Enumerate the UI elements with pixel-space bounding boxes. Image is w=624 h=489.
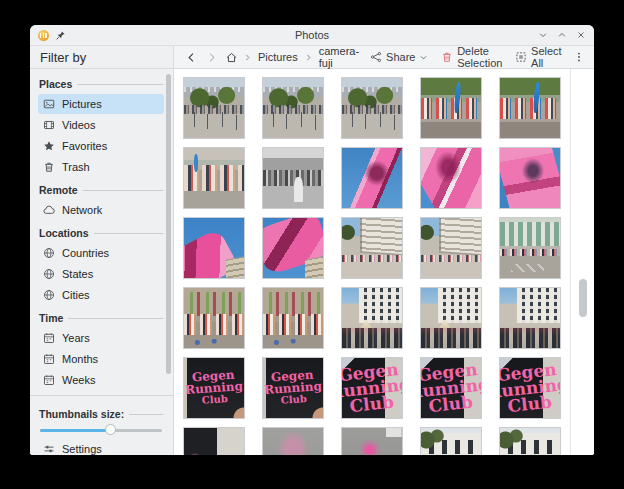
sidebar-bottom-panel: Thumbnails size: Settings <box>30 395 173 455</box>
tent-shape <box>439 319 451 328</box>
photo-grid-viewport: GegenRunningClubGegenRunningClubGegenRun… <box>174 69 594 455</box>
slider-handle[interactable] <box>105 424 116 435</box>
globe-icon <box>43 268 55 280</box>
sidebar-item-favorites[interactable]: Favorites <box>38 136 164 156</box>
toolbar: Pictures camera-fuji Share Delete Select… <box>174 46 594 69</box>
back-button[interactable] <box>183 50 200 65</box>
divider <box>68 318 163 319</box>
photo-thumbnail[interactable]: GegenRunningClub <box>183 357 245 419</box>
chevron-down-icon <box>419 53 428 62</box>
sidebar-item-weeks[interactable]: Weeks <box>38 370 164 390</box>
photo-thumbnail[interactable] <box>499 217 561 279</box>
photo-thumbnail[interactable] <box>183 77 245 139</box>
delete-selection-button[interactable]: Delete Selection <box>439 44 504 70</box>
photo-thumbnail[interactable] <box>183 427 245 455</box>
calendar-icon <box>43 374 55 386</box>
shirt-print-line: Club <box>507 394 553 415</box>
sidebar-item-days[interactable]: Days <box>38 391 164 394</box>
close-button[interactable] <box>576 30 586 40</box>
sidebar-header: Filter by <box>30 46 173 69</box>
calendar-icon <box>43 332 55 344</box>
grid-scrollbar-track[interactable] <box>570 69 594 455</box>
maximize-button[interactable] <box>557 30 567 40</box>
divider <box>129 414 163 415</box>
photo-thumbnail[interactable]: GegenRunningClub <box>341 357 403 419</box>
star-icon <box>43 140 55 152</box>
divider <box>77 84 163 85</box>
photo-thumbnail[interactable]: GegenRunningClub <box>499 357 561 419</box>
photo-thumbnail[interactable] <box>341 217 403 279</box>
photo-thumbnail[interactable] <box>341 77 403 139</box>
globe-icon <box>43 289 55 301</box>
sidebar-item-videos[interactable]: Videos <box>38 115 164 135</box>
photo-thumbnail[interactable] <box>341 287 403 349</box>
slider-fill <box>40 429 111 432</box>
globe-icon <box>43 247 55 259</box>
photo-thumbnail[interactable] <box>420 287 482 349</box>
settings-icon <box>43 443 55 455</box>
sidebar-item-countries[interactable]: Countries <box>38 243 164 263</box>
photo-thumbnail[interactable] <box>499 77 561 139</box>
grid-scrollbar-handle[interactable] <box>579 279 587 317</box>
select-all-label: Select All <box>531 45 562 69</box>
forward-button[interactable] <box>203 50 220 65</box>
photo-thumbnail[interactable] <box>262 147 324 209</box>
photo-thumbnail[interactable] <box>183 217 245 279</box>
photo-thumbnail[interactable] <box>499 147 561 209</box>
home-button[interactable] <box>223 50 240 65</box>
sidebar-item-trash[interactable]: Trash <box>38 157 164 177</box>
photo-thumbnail[interactable] <box>183 147 245 209</box>
photo-thumbnail[interactable] <box>262 217 324 279</box>
photo-thumbnail[interactable] <box>420 147 482 209</box>
photo-thumbnail[interactable] <box>262 77 324 139</box>
thumbnails-size-slider[interactable] <box>40 424 162 436</box>
section-title: Remote <box>39 184 78 196</box>
shirt-print-line: Club <box>201 393 228 407</box>
titlebar[interactable]: Photos <box>30 25 594 46</box>
share-icon <box>370 51 382 63</box>
breadcrumb-item-pictures[interactable]: Pictures <box>255 50 301 64</box>
photo-thumbnail[interactable] <box>499 287 561 349</box>
photo-thumbnail[interactable]: GegenRunningClub <box>420 357 482 419</box>
sidebar-item-label: States <box>62 268 93 280</box>
sidebar: Filter by PlacesPicturesVideosFavoritesT… <box>30 46 174 455</box>
select-all-button[interactable]: Select All <box>513 44 564 70</box>
sidebar-item-label: Videos <box>62 119 95 131</box>
settings-button[interactable]: Settings <box>38 439 164 455</box>
sidebar-item-states[interactable]: States <box>38 264 164 284</box>
sidebar-item-cities[interactable]: Cities <box>38 285 164 305</box>
shirt-print-line: Club <box>428 394 474 415</box>
photo-thumbnail[interactable] <box>499 427 561 455</box>
minimize-button[interactable] <box>538 30 548 40</box>
share-button[interactable]: Share <box>368 50 430 64</box>
photo-thumbnail[interactable] <box>341 147 403 209</box>
sidebar-item-label: Cities <box>62 289 90 301</box>
settings-label: Settings <box>62 443 102 455</box>
section-title: Time <box>39 312 63 324</box>
network-icon <box>43 204 55 216</box>
delete-selection-label: Delete Selection <box>457 45 502 69</box>
photo-thumbnail[interactable] <box>420 217 482 279</box>
sidebar-item-network[interactable]: Network <box>38 200 164 220</box>
photo-thumbnail[interactable] <box>183 287 245 349</box>
photo-thumbnail[interactable] <box>420 427 482 455</box>
sidebar-item-label: Network <box>62 204 102 216</box>
breadcrumb-separator-icon <box>243 53 252 62</box>
sidebar-item-pictures[interactable]: Pictures <box>38 94 164 114</box>
photo-thumbnail[interactable] <box>420 77 482 139</box>
breadcrumb-item-camera-fuji[interactable]: camera-fuji <box>316 44 362 70</box>
sidebar-item-years[interactable]: Years <box>38 328 164 348</box>
overflow-menu-button[interactable] <box>571 50 587 64</box>
shirt-print-line: Club <box>280 393 307 407</box>
photo-thumbnail[interactable] <box>341 427 403 455</box>
photo-thumbnail[interactable] <box>262 427 324 455</box>
photo-grid: GegenRunningClubGegenRunningClubGegenRun… <box>174 69 570 455</box>
sidebar-item-label: Pictures <box>62 98 102 110</box>
photo-thumbnail[interactable]: GegenRunningClub <box>262 357 324 419</box>
trash-icon <box>43 161 55 173</box>
tent-shape <box>360 319 372 328</box>
shirt-print-text: GegenRunningClub <box>183 357 245 419</box>
sidebar-scrollbar[interactable] <box>166 74 171 374</box>
photo-thumbnail[interactable] <box>262 287 324 349</box>
sidebar-item-months[interactable]: Months <box>38 349 164 369</box>
